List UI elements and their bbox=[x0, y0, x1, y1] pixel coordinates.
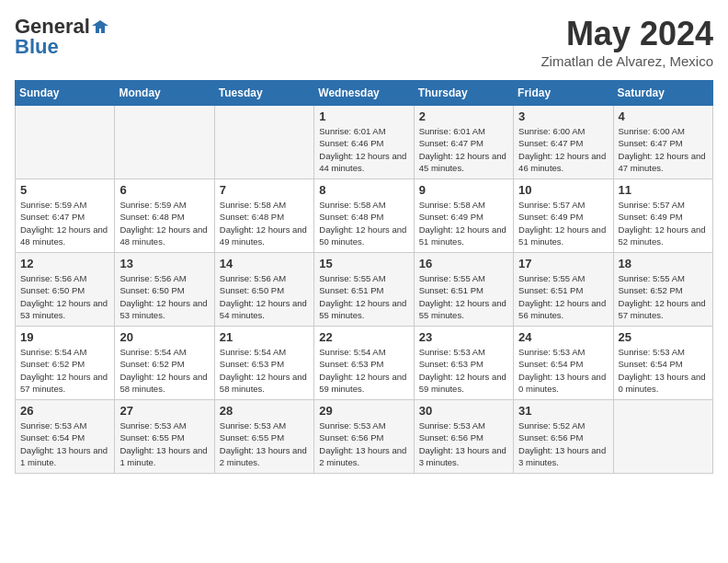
day-number: 24 bbox=[518, 330, 608, 344]
calendar-cell: 12Sunrise: 5:56 AMSunset: 6:50 PMDayligh… bbox=[16, 253, 115, 327]
day-info: Sunrise: 6:00 AMSunset: 6:47 PMDaylight:… bbox=[619, 125, 708, 174]
title-section: May 2024 Zimatlan de Alvarez, Mexico bbox=[540, 15, 713, 69]
month-title: May 2024 bbox=[540, 15, 713, 53]
day-info: Sunrise: 5:56 AMSunset: 6:50 PMDaylight:… bbox=[220, 272, 309, 321]
day-number: 3 bbox=[518, 109, 608, 123]
day-info: Sunrise: 6:01 AMSunset: 6:47 PMDaylight:… bbox=[419, 125, 508, 174]
day-number: 13 bbox=[119, 257, 209, 270]
day-header-thursday: Thursday bbox=[414, 81, 513, 106]
day-number: 5 bbox=[20, 183, 109, 197]
day-number: 29 bbox=[319, 404, 408, 418]
day-header-saturday: Saturday bbox=[613, 81, 712, 106]
day-number: 31 bbox=[518, 404, 608, 418]
day-number: 15 bbox=[319, 257, 408, 270]
day-number: 7 bbox=[220, 183, 309, 197]
calendar-cell: 29Sunrise: 5:53 AMSunset: 6:56 PMDayligh… bbox=[314, 400, 414, 474]
day-info: Sunrise: 5:53 AMSunset: 6:54 PMDaylight:… bbox=[619, 346, 708, 395]
day-number: 6 bbox=[119, 183, 209, 197]
day-number: 11 bbox=[619, 183, 708, 197]
calendar-cell: 27Sunrise: 5:53 AMSunset: 6:55 PMDayligh… bbox=[115, 400, 214, 474]
calendar-cell: 3Sunrise: 6:00 AMSunset: 6:47 PMDaylight… bbox=[514, 106, 613, 179]
day-number: 20 bbox=[119, 330, 209, 344]
calendar-cell: 18Sunrise: 5:55 AMSunset: 6:52 PMDayligh… bbox=[613, 253, 712, 327]
calendar-cell: 15Sunrise: 5:55 AMSunset: 6:51 PMDayligh… bbox=[314, 253, 414, 327]
day-number: 22 bbox=[319, 330, 408, 344]
day-number: 27 bbox=[119, 404, 209, 418]
day-number: 17 bbox=[518, 257, 608, 270]
calendar-cell: 19Sunrise: 5:54 AMSunset: 6:52 PMDayligh… bbox=[16, 327, 115, 400]
day-header-monday: Monday bbox=[115, 81, 214, 106]
calendar-cell: 1Sunrise: 6:01 AMSunset: 6:46 PMDaylight… bbox=[314, 106, 414, 179]
day-info: Sunrise: 5:54 AMSunset: 6:52 PMDaylight:… bbox=[119, 346, 209, 395]
calendar-cell bbox=[214, 106, 313, 179]
calendar-cell bbox=[613, 400, 712, 474]
calendar-cell: 25Sunrise: 5:53 AMSunset: 6:54 PMDayligh… bbox=[613, 327, 712, 400]
day-number: 25 bbox=[619, 330, 708, 344]
calendar-cell: 30Sunrise: 5:53 AMSunset: 6:56 PMDayligh… bbox=[414, 400, 513, 474]
calendar-cell: 16Sunrise: 5:55 AMSunset: 6:51 PMDayligh… bbox=[414, 253, 513, 327]
day-info: Sunrise: 5:53 AMSunset: 6:56 PMDaylight:… bbox=[419, 419, 508, 468]
day-number: 2 bbox=[419, 109, 508, 123]
calendar-cell: 24Sunrise: 5:53 AMSunset: 6:54 PMDayligh… bbox=[514, 327, 613, 400]
calendar-cell: 2Sunrise: 6:01 AMSunset: 6:47 PMDaylight… bbox=[414, 106, 513, 179]
svg-marker-0 bbox=[92, 20, 108, 33]
logo-blue: Blue bbox=[15, 35, 59, 59]
day-info: Sunrise: 5:54 AMSunset: 6:52 PMDaylight:… bbox=[20, 346, 109, 395]
day-info: Sunrise: 5:58 AMSunset: 6:49 PMDaylight:… bbox=[419, 199, 508, 247]
calendar-cell: 14Sunrise: 5:56 AMSunset: 6:50 PMDayligh… bbox=[214, 253, 313, 327]
day-info: Sunrise: 5:55 AMSunset: 6:51 PMDaylight:… bbox=[518, 272, 608, 321]
week-row-4: 19Sunrise: 5:54 AMSunset: 6:52 PMDayligh… bbox=[16, 327, 713, 400]
day-info: Sunrise: 5:53 AMSunset: 6:54 PMDaylight:… bbox=[20, 419, 109, 468]
day-number: 16 bbox=[419, 257, 508, 270]
calendar-cell: 10Sunrise: 5:57 AMSunset: 6:49 PMDayligh… bbox=[514, 179, 613, 253]
calendar-cell: 17Sunrise: 5:55 AMSunset: 6:51 PMDayligh… bbox=[514, 253, 613, 327]
week-row-1: 1Sunrise: 6:01 AMSunset: 6:46 PMDaylight… bbox=[16, 106, 713, 179]
day-number: 9 bbox=[419, 183, 508, 197]
calendar-cell bbox=[115, 106, 214, 179]
day-info: Sunrise: 6:01 AMSunset: 6:46 PMDaylight:… bbox=[319, 125, 408, 174]
day-number: 21 bbox=[220, 330, 309, 344]
page-header: General Blue May 2024 Zimatlan de Alvare… bbox=[15, 15, 713, 69]
day-number: 14 bbox=[220, 257, 309, 270]
day-number: 12 bbox=[20, 257, 109, 270]
day-info: Sunrise: 5:55 AMSunset: 6:51 PMDaylight:… bbox=[319, 272, 408, 321]
day-info: Sunrise: 5:56 AMSunset: 6:50 PMDaylight:… bbox=[20, 272, 109, 321]
day-info: Sunrise: 5:58 AMSunset: 6:48 PMDaylight:… bbox=[220, 199, 309, 247]
calendar-cell bbox=[16, 106, 115, 179]
day-number: 4 bbox=[619, 109, 708, 123]
header-row: SundayMondayTuesdayWednesdayThursdayFrid… bbox=[16, 81, 713, 106]
day-number: 8 bbox=[319, 183, 408, 197]
day-info: Sunrise: 5:59 AMSunset: 6:47 PMDaylight:… bbox=[20, 199, 109, 247]
day-info: Sunrise: 5:52 AMSunset: 6:56 PMDaylight:… bbox=[518, 419, 608, 468]
day-info: Sunrise: 5:54 AMSunset: 6:53 PMDaylight:… bbox=[319, 346, 408, 395]
day-number: 30 bbox=[419, 404, 508, 418]
week-row-3: 12Sunrise: 5:56 AMSunset: 6:50 PMDayligh… bbox=[16, 253, 713, 327]
calendar-cell: 8Sunrise: 5:58 AMSunset: 6:48 PMDaylight… bbox=[314, 179, 414, 253]
week-row-5: 26Sunrise: 5:53 AMSunset: 6:54 PMDayligh… bbox=[16, 400, 713, 474]
calendar-cell: 4Sunrise: 6:00 AMSunset: 6:47 PMDaylight… bbox=[613, 106, 712, 179]
day-number: 18 bbox=[619, 257, 708, 270]
day-info: Sunrise: 5:58 AMSunset: 6:48 PMDaylight:… bbox=[319, 199, 408, 247]
calendar-cell: 5Sunrise: 5:59 AMSunset: 6:47 PMDaylight… bbox=[16, 179, 115, 253]
day-number: 10 bbox=[518, 183, 608, 197]
calendar-cell: 26Sunrise: 5:53 AMSunset: 6:54 PMDayligh… bbox=[16, 400, 115, 474]
day-info: Sunrise: 5:53 AMSunset: 6:53 PMDaylight:… bbox=[419, 346, 508, 395]
logo: General Blue bbox=[15, 15, 108, 59]
day-info: Sunrise: 5:53 AMSunset: 6:56 PMDaylight:… bbox=[319, 419, 408, 468]
day-number: 23 bbox=[419, 330, 508, 344]
day-number: 1 bbox=[319, 109, 408, 123]
day-number: 19 bbox=[20, 330, 109, 344]
day-number: 26 bbox=[20, 404, 109, 418]
day-info: Sunrise: 5:54 AMSunset: 6:53 PMDaylight:… bbox=[220, 346, 309, 395]
day-header-friday: Friday bbox=[514, 81, 613, 106]
day-info: Sunrise: 5:53 AMSunset: 6:54 PMDaylight:… bbox=[518, 346, 608, 395]
calendar-cell: 31Sunrise: 5:52 AMSunset: 6:56 PMDayligh… bbox=[514, 400, 613, 474]
day-info: Sunrise: 5:53 AMSunset: 6:55 PMDaylight:… bbox=[220, 419, 309, 468]
day-info: Sunrise: 5:55 AMSunset: 6:51 PMDaylight:… bbox=[419, 272, 508, 321]
logo-bird-icon bbox=[92, 18, 108, 35]
day-info: Sunrise: 5:57 AMSunset: 6:49 PMDaylight:… bbox=[619, 199, 708, 247]
day-info: Sunrise: 5:59 AMSunset: 6:48 PMDaylight:… bbox=[119, 199, 209, 247]
day-header-wednesday: Wednesday bbox=[314, 81, 414, 106]
calendar-cell: 6Sunrise: 5:59 AMSunset: 6:48 PMDaylight… bbox=[115, 179, 214, 253]
calendar-cell: 22Sunrise: 5:54 AMSunset: 6:53 PMDayligh… bbox=[314, 327, 414, 400]
